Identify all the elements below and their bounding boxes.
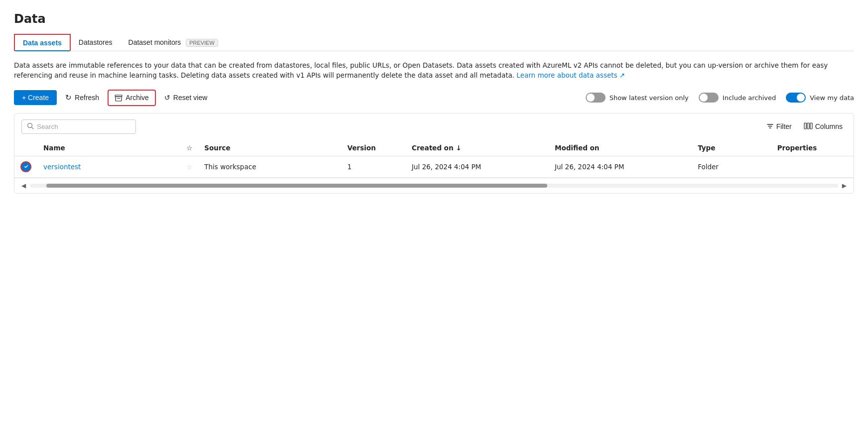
star-icon: ☆ (186, 144, 192, 152)
search-box[interactable] (21, 119, 136, 134)
scrollbar-track[interactable] (30, 184, 838, 188)
row-properties-cell (771, 156, 854, 177)
row-checkbox-cell[interactable] (14, 156, 37, 177)
row-name-link[interactable]: versiontest (43, 163, 81, 171)
columns-label: Columns (815, 122, 843, 130)
row-checkbox-checked[interactable] (20, 161, 31, 172)
include-archived-toggle[interactable] (699, 93, 719, 103)
svg-rect-10 (810, 123, 812, 129)
columns-icon (804, 122, 813, 131)
col-header-type[interactable]: Type (692, 140, 771, 156)
col-header-modified-on[interactable]: Modified on (549, 140, 692, 156)
scroll-left-button[interactable]: ◀ (21, 182, 26, 189)
tab-data-assets[interactable]: Data assets (14, 34, 71, 51)
col-header-properties[interactable]: Properties (771, 140, 854, 156)
learn-more-link[interactable]: Learn more about data assets ↗ (516, 71, 625, 79)
scrollbar-thumb[interactable] (46, 184, 547, 188)
table-row: versiontest ☆ This workspace 1 Jul 26, 2… (14, 156, 854, 177)
view-my-data-label: View my data (810, 94, 854, 102)
preview-badge: PREVIEW (186, 39, 218, 47)
col-header-source[interactable]: Source (198, 140, 341, 156)
search-input[interactable] (37, 123, 130, 130)
show-latest-toggle-group: Show latest version only (586, 93, 689, 103)
row-name-cell: versiontest (37, 156, 180, 177)
row-modified-on-cell: Jul 26, 2024 4:04 PM (549, 156, 692, 177)
search-icon (27, 122, 34, 131)
tabs-bar: Data assets Datastores Dataset monitors … (14, 34, 854, 51)
columns-button[interactable]: Columns (800, 120, 847, 133)
col-header-created-on[interactable]: Created on ↓ (406, 140, 549, 156)
horizontal-scrollbar-container: ◀ ▶ (14, 178, 854, 193)
search-filter-row: Filter Columns (14, 119, 854, 140)
show-latest-label: Show latest version only (610, 94, 689, 102)
row-version-cell: 1 (341, 156, 405, 177)
data-table: Name ☆ Source Version Created on ↓ (14, 140, 854, 178)
tab-datastores[interactable]: Datastores (71, 34, 121, 50)
filter-button[interactable]: Filter (762, 120, 796, 133)
show-latest-toggle[interactable] (586, 93, 606, 103)
col-header-version[interactable]: Version (341, 140, 405, 156)
refresh-button[interactable]: ↻ Refresh (59, 90, 106, 106)
filter-icon (766, 122, 774, 131)
reset-icon: ↺ (164, 94, 170, 102)
star-icon[interactable]: ☆ (186, 163, 192, 171)
toolbar: + Create ↻ Refresh Archive ↺ Reset view (14, 90, 854, 106)
archive-button[interactable]: Archive (108, 90, 156, 106)
row-created-on-cell: Jul 26, 2024 4:04 PM (406, 156, 549, 177)
col-header-name[interactable]: Name (37, 140, 180, 156)
reset-view-button[interactable]: ↺ Reset view (158, 90, 214, 105)
svg-rect-8 (804, 123, 806, 129)
include-archived-label: Include archived (723, 94, 776, 102)
table-header-row: Name ☆ Source Version Created on ↓ (14, 140, 854, 156)
col-header-star: ☆ (180, 140, 198, 156)
svg-rect-9 (807, 123, 809, 129)
svg-rect-1 (116, 97, 122, 101)
col-header-checkbox (14, 140, 37, 156)
filter-label: Filter (776, 122, 792, 130)
view-my-data-toggle-group: View my data (786, 93, 854, 103)
description-text: Data assets are immutable references to … (14, 60, 836, 81)
tab-dataset-monitors[interactable]: Dataset monitors PREVIEW (121, 34, 226, 51)
view-my-data-toggle[interactable] (786, 93, 806, 103)
row-star-cell[interactable]: ☆ (180, 156, 198, 177)
include-archived-toggle-group: Include archived (699, 93, 776, 103)
main-page: Data Data assets Datastores Dataset moni… (0, 0, 868, 206)
refresh-icon: ↻ (65, 93, 72, 102)
page-title: Data (14, 12, 854, 26)
scroll-right-button[interactable]: ▶ (842, 182, 847, 189)
content-area: Filter Columns Name (14, 113, 854, 194)
create-button[interactable]: + Create (14, 90, 57, 105)
archive-icon (115, 94, 123, 102)
row-source-cell: This workspace (198, 156, 341, 177)
row-type-cell: Folder (692, 156, 771, 177)
svg-line-4 (32, 127, 34, 129)
